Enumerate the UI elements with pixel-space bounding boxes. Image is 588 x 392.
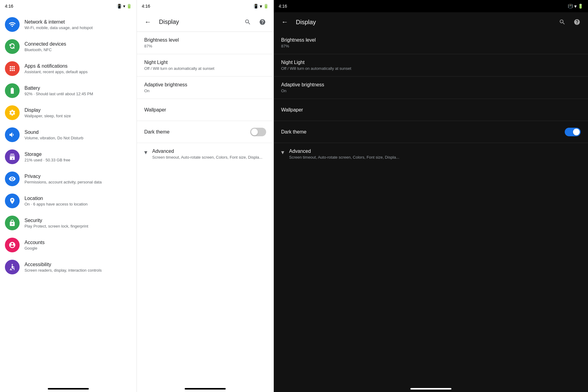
adaptive-brightness-subtitle-light: On	[144, 89, 266, 93]
adaptive-brightness-item-light[interactable]: Adaptive brightness On	[137, 77, 273, 99]
security-text: Security Play Protect, screen lock, fing…	[24, 218, 132, 228]
privacy-title: Privacy	[24, 174, 132, 179]
display-dark-header: ← Display	[274, 12, 588, 32]
settings-item-location[interactable]: Location On · 6 apps have access to loca…	[0, 190, 137, 212]
status-bar: 4:16 📳 ▾ 🔋	[0, 0, 137, 12]
help-button-dark[interactable]	[571, 16, 583, 28]
settings-panel: 4:16 📳 ▾ 🔋 Network & internet Wi-Fi, mob…	[0, 0, 137, 392]
status-time-dark: 4:16	[279, 4, 287, 9]
network-icon	[5, 17, 20, 32]
accessibility-text: Accessibility Screen readers, display, i…	[24, 262, 132, 273]
back-arrow-dark: ←	[281, 18, 288, 26]
sound-subtitle: Volume, vibration, Do Not Disturb	[24, 136, 132, 140]
dark-theme-toggle-dark[interactable]	[565, 128, 581, 136]
advanced-item-light[interactable]: ▾ Advanced Screen timeout, Auto-rotate s…	[137, 143, 273, 165]
battery-icon-dark: 🔋	[578, 4, 583, 9]
search-button-dark[interactable]	[556, 16, 568, 28]
status-bar-display-dark: 4:16 📳 ▾ 🔋	[274, 0, 588, 12]
settings-item-privacy[interactable]: Privacy Permissions, account activity, p…	[0, 168, 137, 190]
status-bar-display-light: 4:16 📳 ▾ 🔋	[137, 0, 273, 12]
chevron-down-icon-dark: ▾	[281, 149, 284, 156]
night-light-item-light[interactable]: Night Light Off / Will turn on automatic…	[137, 54, 273, 77]
adaptive-brightness-subtitle-dark: On	[281, 89, 581, 93]
header-icons-dark	[556, 16, 583, 28]
adaptive-brightness-item-dark[interactable]: Adaptive brightness On	[274, 77, 588, 99]
advanced-subtitle-light: Screen timeout, Auto-rotate screen, Colo…	[152, 155, 262, 160]
settings-item-storage[interactable]: Storage 21% used · 50.33 GB free	[0, 146, 137, 168]
security-title: Security	[24, 218, 132, 223]
dark-theme-toggle-light[interactable]	[250, 128, 266, 136]
storage-text: Storage 21% used · 50.33 GB free	[24, 152, 132, 162]
help-button-light[interactable]	[256, 16, 269, 28]
toggle-thumb-light	[251, 129, 258, 135]
privacy-subtitle: Permissions, account activity, personal …	[24, 180, 132, 184]
apps-title: Apps & notifications	[24, 63, 132, 69]
settings-item-security[interactable]: Security Play Protect, screen lock, fing…	[0, 212, 137, 234]
battery-icon: 🔋	[126, 4, 132, 9]
display-text: Display Wallpaper, sleep, font size	[24, 107, 132, 118]
settings-item-connected[interactable]: Connected devices Bluetooth, NFC	[0, 36, 137, 58]
display-light-header: ← Display	[137, 12, 273, 32]
storage-subtitle: 21% used · 50.33 GB free	[24, 158, 132, 162]
status-icons-dark: 📳 ▾ 🔋	[568, 3, 583, 9]
sound-icon	[5, 127, 20, 142]
night-light-item-dark[interactable]: Night Light Off / Will turn on automatic…	[274, 54, 588, 77]
search-button-light[interactable]	[242, 16, 254, 28]
brightness-subtitle-dark: 87%	[281, 44, 581, 48]
display-subtitle: Wallpaper, sleep, font size	[24, 114, 132, 118]
settings-item-battery[interactable]: Battery 92% · Should last until about 12…	[0, 80, 137, 102]
dark-theme-text-light: Dark theme	[144, 129, 170, 135]
adaptive-brightness-title-light: Adaptive brightness	[144, 82, 266, 88]
accessibility-icon	[5, 260, 20, 274]
settings-item-network[interactable]: Network & internet Wi-Fi, mobile, data u…	[0, 13, 137, 36]
display-dark-content: Brightness level 87% Night Light Off / W…	[274, 32, 588, 386]
settings-item-accounts[interactable]: Accounts Google	[0, 234, 137, 256]
storage-icon	[5, 149, 20, 164]
vibrate-icon-light: 📳	[253, 4, 258, 9]
display-light-panel: 4:16 📳 ▾ 🔋 ← Display Brightness level 87…	[137, 0, 274, 392]
accounts-icon	[5, 238, 20, 252]
display-title-dark: Display	[296, 19, 556, 26]
advanced-title-light: Advanced	[152, 149, 262, 154]
display-icon	[5, 105, 20, 120]
brightness-item-light[interactable]: Brightness level 87%	[137, 32, 273, 54]
wallpaper-item-light[interactable]: Wallpaper	[137, 99, 273, 121]
back-button-light[interactable]: ←	[142, 16, 154, 28]
advanced-item-dark[interactable]: ▾ Advanced Screen timeout, Auto-rotate s…	[274, 143, 588, 165]
advanced-subtitle-dark: Screen timeout, Auto-rotate screen, Colo…	[289, 155, 399, 160]
connected-subtitle: Bluetooth, NFC	[24, 47, 132, 52]
connected-icon	[5, 39, 20, 54]
advanced-text-dark: Advanced Screen timeout, Auto-rotate scr…	[289, 149, 399, 160]
brightness-title-light: Brightness level	[144, 37, 266, 43]
security-icon	[5, 216, 20, 230]
location-text: Location On · 6 apps have access to loca…	[24, 196, 132, 206]
accounts-text: Accounts Google	[24, 240, 132, 251]
display-title: Display	[24, 107, 132, 113]
settings-item-accessibility[interactable]: Accessibility Screen readers, display, i…	[0, 256, 137, 278]
display-dark-panel: 4:16 📳 ▾ 🔋 ← Display Brightness level 87…	[274, 0, 588, 392]
status-icons-light: 📳 ▾ 🔋	[253, 3, 269, 9]
accessibility-subtitle: Screen readers, display, interaction con…	[24, 268, 132, 273]
accessibility-title: Accessibility	[24, 262, 132, 267]
network-subtitle: Wi-Fi, mobile, data usage, and hotspot	[24, 25, 132, 30]
back-arrow-light: ←	[145, 18, 151, 26]
wallpaper-item-dark[interactable]: Wallpaper	[274, 99, 588, 121]
status-icons: 📳 ▾ 🔋	[117, 4, 132, 9]
wifi-icon-light: ▾	[260, 3, 262, 9]
nav-indicator	[48, 388, 89, 390]
settings-item-sound[interactable]: Sound Volume, vibration, Do Not Disturb	[0, 124, 137, 146]
dark-theme-title-dark: Dark theme	[281, 129, 307, 135]
status-time-light: 4:16	[142, 4, 150, 9]
dark-theme-item-dark[interactable]: Dark theme	[274, 121, 588, 143]
settings-item-apps[interactable]: Apps & notifications Assistant, recent a…	[0, 58, 137, 80]
back-button-dark[interactable]: ←	[279, 16, 291, 28]
chevron-down-icon-light: ▾	[144, 149, 147, 156]
vibrate-icon-dark: 📳	[568, 4, 573, 9]
network-title: Network & internet	[24, 19, 132, 25]
brightness-item-dark[interactable]: Brightness level 87%	[274, 32, 588, 54]
privacy-icon	[5, 172, 20, 186]
dark-theme-item-light[interactable]: Dark theme	[137, 121, 273, 143]
settings-item-display[interactable]: Display Wallpaper, sleep, font size	[0, 102, 137, 124]
dark-theme-title-light: Dark theme	[144, 129, 170, 135]
status-time: 4:16	[5, 4, 13, 9]
